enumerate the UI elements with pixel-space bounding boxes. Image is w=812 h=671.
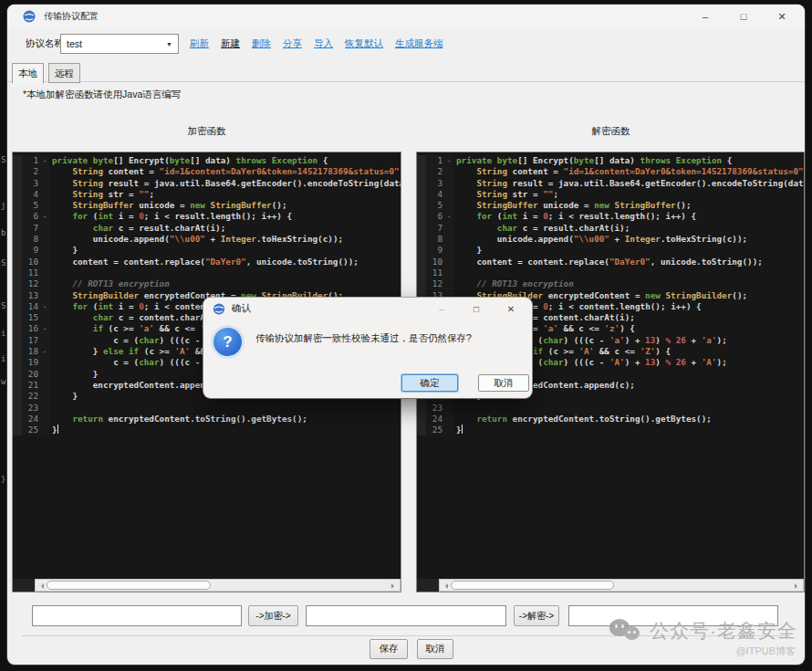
toolbar-link-2[interactable]: 新建 bbox=[221, 37, 240, 50]
scrollbar-track[interactable] bbox=[439, 579, 804, 592]
protocol-select-value: test bbox=[67, 38, 82, 49]
code-line: 3 String result = java.util.Base64.getEn… bbox=[13, 178, 401, 189]
background-code-fragment: i bbox=[1, 354, 5, 363]
dialog-message: 传输协议加解密一致性校验未通过，是否仍然保存? bbox=[255, 332, 472, 345]
toolbar-link-4[interactable]: 分享 bbox=[283, 37, 302, 50]
chevron-down-icon: ▼ bbox=[166, 41, 172, 47]
scrollbar-thumb[interactable] bbox=[47, 581, 211, 590]
tabbar: 本地远程 bbox=[7, 61, 805, 82]
code-line: 12 // ROT13 encryption bbox=[13, 278, 401, 289]
app-icon bbox=[213, 303, 225, 315]
code-line: 6- for (int i = 0; i < result.length(); … bbox=[13, 211, 401, 222]
background-code-fragment: S bbox=[1, 301, 5, 310]
background-code-fragment: b bbox=[1, 228, 5, 237]
toolbar-link-7[interactable]: 生成服务端 bbox=[395, 37, 443, 50]
code-line: 7 char c = result.charAt(i); bbox=[417, 223, 804, 234]
decrypt-editor-hscrollbar[interactable] bbox=[417, 579, 804, 592]
question-icon: ? bbox=[213, 328, 242, 356]
decrypt-panel-header: 解密函数 bbox=[416, 125, 805, 138]
dialog-cancel-button[interactable]: 取消 bbox=[478, 374, 529, 392]
scroll-right-icon[interactable] bbox=[792, 580, 803, 591]
screen: SjbSSiiw} 传输协议配置 – □ ✕ 协议名称 test ▼ 刷新新建删… bbox=[0, 0, 812, 671]
code-line: 8 unicode.append("\\u00" + Integer.toHex… bbox=[417, 234, 804, 245]
background-code-fragment: j bbox=[1, 201, 5, 210]
toolbar-link-1[interactable]: 刷新 bbox=[190, 37, 209, 50]
window-titlebar: 传输协议配置 – □ ✕ bbox=[7, 5, 805, 28]
code-line: 25} bbox=[417, 425, 804, 435]
scroll-left-icon[interactable] bbox=[36, 580, 47, 591]
decrypt-button[interactable]: ->解密-> bbox=[514, 605, 559, 626]
code-line: 24 return encryptedContent.toString().ge… bbox=[13, 414, 401, 425]
code-line: 5 StringBuffer unicode = new StringBuffe… bbox=[13, 200, 401, 211]
tab-本地[interactable]: 本地 bbox=[12, 63, 44, 84]
code-line: 23 bbox=[417, 403, 804, 414]
code-line: 9 } bbox=[417, 245, 804, 256]
background-code-fragment: w bbox=[1, 377, 5, 386]
code-line: 4 String str = ""; bbox=[417, 189, 804, 200]
code-line: 3 String result = java.util.Base64.getEn… bbox=[417, 178, 804, 189]
confirm-dialog: 确认 – □ ✕ ? 传输协议加解密一致性校验未通过，是否仍然保存? 确定 取消 bbox=[203, 298, 532, 398]
code-line: 8 unicode.append("\\u00" + Integer.toHex… bbox=[13, 234, 401, 245]
toolbar-link-6[interactable]: 恢复默认 bbox=[345, 37, 383, 50]
code-line: 12 // ROT13 encryption bbox=[417, 278, 804, 289]
background-code-fragment: i bbox=[1, 329, 5, 338]
encrypt-panel-header: 加密函数 bbox=[12, 125, 401, 138]
tab-远程[interactable]: 远程 bbox=[48, 63, 80, 83]
dialog-controls: – □ ✕ bbox=[424, 298, 528, 320]
code-line: 4 String str = ""; bbox=[13, 189, 401, 200]
code-line: 11 bbox=[13, 267, 401, 278]
maximize-icon[interactable]: □ bbox=[459, 298, 494, 320]
code-line: 2 String content = "id=1&content=DaYer0&… bbox=[417, 166, 804, 177]
code-line: 11 bbox=[417, 267, 804, 278]
background-code-fragment: } bbox=[1, 475, 5, 484]
dialog-ok-button[interactable]: 确定 bbox=[401, 374, 458, 392]
minimize-icon: – bbox=[424, 298, 459, 320]
dialog-titlebar: 确认 – □ ✕ bbox=[203, 298, 532, 320]
scrollbar-thumb[interactable] bbox=[451, 581, 614, 590]
watermark-text: 公众号·老鑫安全 bbox=[650, 618, 797, 644]
code-line: 1-private byte[] Encrypt(byte[] data) th… bbox=[13, 155, 401, 166]
scrollbar-track[interactable] bbox=[35, 579, 401, 592]
scroll-right-icon[interactable] bbox=[389, 580, 400, 591]
watermark: 公众号·老鑫安全 bbox=[609, 617, 797, 645]
code-line: 24 return encryptedContent.toString().ge… bbox=[417, 414, 804, 425]
code-line: 7 char c = result.charAt(i); bbox=[13, 223, 401, 234]
minimize-icon[interactable]: – bbox=[686, 5, 724, 28]
protocol-select[interactable]: test ▼ bbox=[60, 34, 179, 54]
code-line: 6- for (int i = 0; i < result.length(); … bbox=[417, 211, 804, 222]
scroll-left-icon[interactable] bbox=[440, 580, 451, 591]
toolbar-links: 刷新新建删除分享导入恢复默认生成服务端 bbox=[190, 31, 443, 57]
code-line: 1-private byte[] Encrypt(byte[] data) th… bbox=[417, 155, 804, 166]
background-code-fragment: S bbox=[1, 155, 5, 164]
code-line: 25} bbox=[13, 425, 401, 435]
code-line: 10 content = content.replace("DaYer0", u… bbox=[13, 257, 401, 267]
code-line: 23 bbox=[13, 403, 401, 414]
dialog-title: 确认 bbox=[232, 302, 251, 315]
encrypt-button[interactable]: ->加密-> bbox=[248, 605, 298, 626]
toolbar-link-5[interactable]: 导入 bbox=[314, 37, 333, 50]
window-controls: – □ ✕ bbox=[686, 5, 801, 28]
app-icon bbox=[23, 10, 36, 23]
code-line: 5 StringBuffer unicode = new StringBuffe… bbox=[417, 200, 804, 211]
code-line: 10 content = content.replace("DaYer0", u… bbox=[417, 257, 804, 267]
maximize-icon[interactable]: □ bbox=[724, 5, 763, 28]
scrollbar-corner bbox=[417, 579, 439, 592]
watermark-subtext: @ITPUB博客 bbox=[735, 645, 796, 658]
code-line: 2 String content = "id=1&content=DaYer0&… bbox=[13, 166, 401, 177]
encrypt-source-input[interactable] bbox=[32, 605, 242, 626]
java-note: *本地加解密函数请使用Java语言编写 bbox=[23, 89, 181, 101]
protocol-name-label: 协议名称 bbox=[26, 37, 64, 50]
text-caret bbox=[462, 425, 463, 434]
save-button[interactable]: 保存 bbox=[370, 639, 408, 659]
encrypt-result-input[interactable] bbox=[306, 605, 506, 626]
close-icon[interactable]: ✕ bbox=[494, 298, 528, 320]
wechat-icon bbox=[609, 617, 644, 645]
encrypt-editor-hscrollbar[interactable] bbox=[13, 579, 401, 592]
toolbar-link-3[interactable]: 删除 bbox=[252, 37, 271, 50]
close-icon[interactable]: ✕ bbox=[763, 5, 801, 28]
background-code-fragment: S bbox=[1, 258, 5, 267]
code-line: 9 } bbox=[13, 245, 401, 256]
text-caret bbox=[57, 425, 58, 434]
scrollbar-corner bbox=[13, 579, 35, 592]
cancel-button[interactable]: 取消 bbox=[417, 639, 453, 659]
